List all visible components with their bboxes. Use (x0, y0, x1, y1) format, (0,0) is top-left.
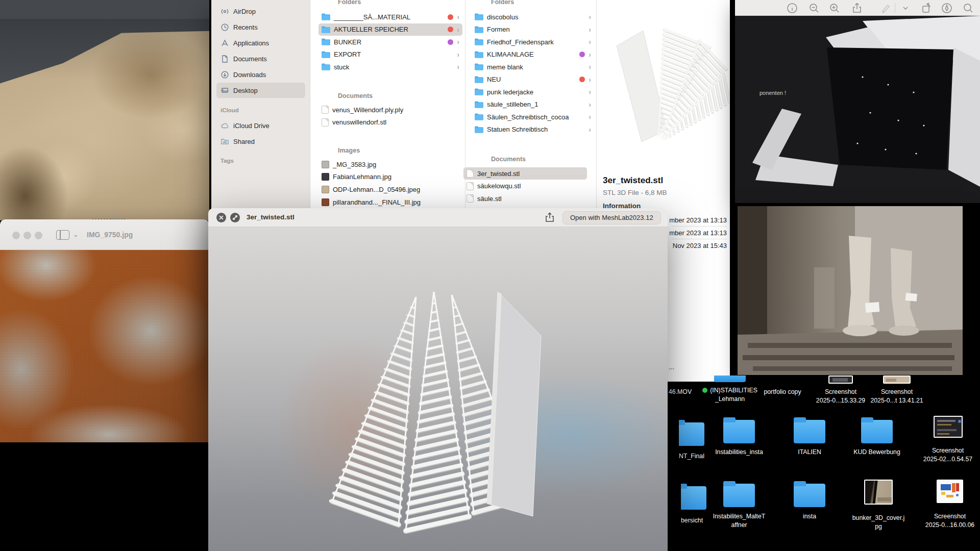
folder-icon (794, 484, 825, 507)
folder-row-aktueller-speicher[interactable]: AKTUELLER SPEICHER› (318, 23, 462, 36)
folder-row-punk-lederjacke[interactable]: punk lederjacke› (472, 86, 594, 98)
desktop-icon-screenshot2025-0-t-13-41-21[interactable]: Screenshot2025-0...t 13.41.21 (865, 375, 928, 405)
pc-case-photo (735, 16, 980, 203)
info-icon[interactable] (786, 2, 798, 14)
desktop-icon-label: Screenshot2025-0...15.33.29 (809, 388, 872, 405)
folder-icon (322, 13, 330, 20)
desktop-icon-insta[interactable]: insta (778, 480, 841, 521)
share-icon[interactable] (544, 212, 555, 223)
minimize-button[interactable] (23, 232, 31, 239)
file-row--mg-3583-jpg[interactable]: _MG_3583.jpg (318, 158, 462, 170)
close-button[interactable] (12, 232, 20, 239)
file-row-s-ukelowqu-stl[interactable]: säukelowqu.stl (463, 180, 587, 192)
folder-icon (475, 26, 483, 33)
chevron-down-icon[interactable]: ⌄ (73, 231, 79, 238)
chevron-right-icon: › (589, 13, 591, 21)
file-name: _MG_3583.jpg (333, 161, 376, 168)
stl-preview-thumbnail (609, 15, 729, 145)
markup-pencil-icon[interactable] (879, 2, 892, 14)
file-name: Friedhof_Friedenspark (487, 38, 554, 46)
file-row-pillarandhand-final-iii-jpg[interactable]: pillarandhand..._FINAL_III.jpg (318, 196, 462, 208)
sidebar-toggle-icon[interactable] (56, 230, 69, 240)
sidebar-item-applications[interactable]: Applications (216, 35, 305, 51)
search-icon[interactable] (962, 2, 974, 14)
file-name: ODP-Lehman...D_05496.jpeg (333, 186, 420, 193)
sidebar-item-desktop[interactable]: Desktop (216, 83, 305, 98)
sidebar-item-airdrop[interactable]: AirDrop (216, 4, 305, 19)
sidebar-item-icloud-drive[interactable]: iCloud Drive (216, 118, 305, 133)
folder-icon (681, 486, 706, 510)
folder-row-s-ule-stilleben-1[interactable]: säule_stilleben_1› (472, 98, 594, 111)
file-row-venuswillendorf-stl[interactable]: venuswillendorf.stl (318, 116, 462, 129)
desktop-icon-screenshot2025-0-15-33-29[interactable]: Screenshot2025-0...15.33.29 (809, 375, 872, 405)
chevron-right-icon: › (589, 88, 591, 96)
folder-row-formen[interactable]: Formen› (472, 23, 594, 36)
sidebar-item-downloads[interactable]: Downloads (216, 67, 305, 82)
preview-divider (672, 226, 727, 227)
folder-icon (475, 63, 483, 70)
zoom-button[interactable] (35, 232, 42, 239)
desktop-icon-portfolio-copy[interactable]: portfolio copy (751, 375, 814, 396)
chevron-right-icon: › (589, 76, 591, 84)
folder-row-stuck[interactable]: stuck› (318, 61, 462, 73)
sidebar-item-documents[interactable]: Documents (216, 51, 305, 66)
folder-icon (475, 113, 483, 120)
desktop-icon-screenshot2025-02-0-54-57[interactable]: Screenshot2025-02...0.54.57 (916, 416, 979, 463)
document-file-icon (322, 118, 329, 127)
quicklook-titlebar[interactable]: 3er_twisted.stl Open with MeshLab2023.12 (208, 208, 668, 227)
preview-file-meta: STL 3D File - 6,8 MB (603, 189, 667, 196)
zoom-out-icon[interactable] (808, 2, 820, 14)
desktop-icon (220, 86, 229, 95)
desktop-icon-instabilities-insta[interactable]: Instabilities_insta (707, 416, 771, 457)
image-viewer-window: ⌄ IMG_9750.jpg (0, 219, 209, 551)
file-name: säule.stl (477, 195, 502, 203)
folder-row-neu[interactable]: NEU› (472, 73, 594, 86)
zoom-in-icon[interactable] (828, 2, 841, 14)
column2-documents-header: Documents (491, 156, 526, 163)
chevron-down-icon[interactable] (899, 2, 912, 14)
folder-row-friedhof-friedenspark[interactable]: Friedhof_Friedenspark› (472, 36, 594, 48)
photo-shade (0, 19, 209, 220)
image-window-titlebar[interactable]: ⌄ IMG_9750.jpg (0, 219, 209, 250)
sidebar-item-shared[interactable]: Shared (216, 134, 305, 149)
share-icon[interactable] (851, 2, 863, 14)
desktop-icon-italien[interactable]: ITALIEN (778, 416, 841, 457)
folder-icon (794, 420, 825, 443)
file-name: säukelowqu.stl (477, 182, 521, 190)
folder-row-s-ulen-schreibtisch-cocoa[interactable]: Säulen_Schreibtisch_cocoa› (472, 111, 594, 123)
pen-circle-icon[interactable] (941, 2, 953, 14)
desktop-icon-kud-bewerbung[interactable]: KUD Bewerbung (845, 416, 909, 457)
preview-divider (672, 239, 727, 239)
desktop-icon-label: bunker_3D_cover.jpg (847, 514, 910, 531)
file-row-3er-twisted-stl[interactable]: 3er_twisted.stl (463, 167, 587, 180)
sidebar-item-label: Desktop (233, 87, 258, 94)
quicklook-3d-view[interactable] (208, 227, 668, 551)
sidebar-item-label: Downloads (233, 71, 266, 79)
file-row-odp-lehman-d-05496-jpeg[interactable]: ODP-Lehman...D_05496.jpeg (318, 183, 462, 195)
folder-row-meme-blank[interactable]: meme blank› (472, 61, 594, 73)
quicklook-window: 3er_twisted.stl Open with MeshLab2023.12 (208, 208, 668, 551)
folder-row-export[interactable]: EXPORT› (318, 48, 462, 61)
desktop-icon-screenshot2025-0-16-00-06[interactable]: Screenshot2025-0...16.00.06 (918, 480, 980, 529)
pc-photo-overlay-text: ponenten ! (760, 90, 786, 96)
folder-icon (723, 484, 755, 507)
file-row-venus-willendorf-ply-ply[interactable]: venus_Willendorf.ply.ply (318, 104, 462, 116)
sidebar-item-recents[interactable]: Recents (216, 19, 305, 35)
screenshot-thumbnail (937, 480, 963, 503)
rotate-icon[interactable] (920, 2, 933, 14)
desktop-icon-instabilites-maltetaffner[interactable]: Instabilites_MalteTaffner (707, 480, 771, 529)
folder-row--s-material[interactable]: ________SÄ...MATERIAL› (318, 11, 462, 23)
file-name: punk lederjacke (487, 88, 533, 96)
folder-icon (322, 63, 330, 70)
open-with-button[interactable]: Open with MeshLab2023.12 (562, 211, 661, 224)
file-row-fabianlehmann-jpg[interactable]: FabianLehmann.jpg (318, 171, 462, 183)
close-icon[interactable] (216, 213, 226, 222)
folder-row-discobolus[interactable]: discobolus› (472, 11, 594, 23)
chevron-right-icon: › (457, 51, 459, 59)
file-row-s-ule-stl[interactable]: säule.stl (463, 192, 587, 205)
folder-row-statuen-schreibtisch[interactable]: Statuen Schreibtisch› (472, 123, 594, 136)
folder-row-bunker[interactable]: BUNKER› (318, 36, 462, 48)
folder-row-klimaanlage[interactable]: KLIMAANLAGE› (472, 48, 594, 61)
fullscreen-icon[interactable] (230, 213, 240, 222)
desktop-icon-bunker-3d-cover-jpg[interactable]: bunker_3D_cover.jpg (847, 480, 910, 531)
